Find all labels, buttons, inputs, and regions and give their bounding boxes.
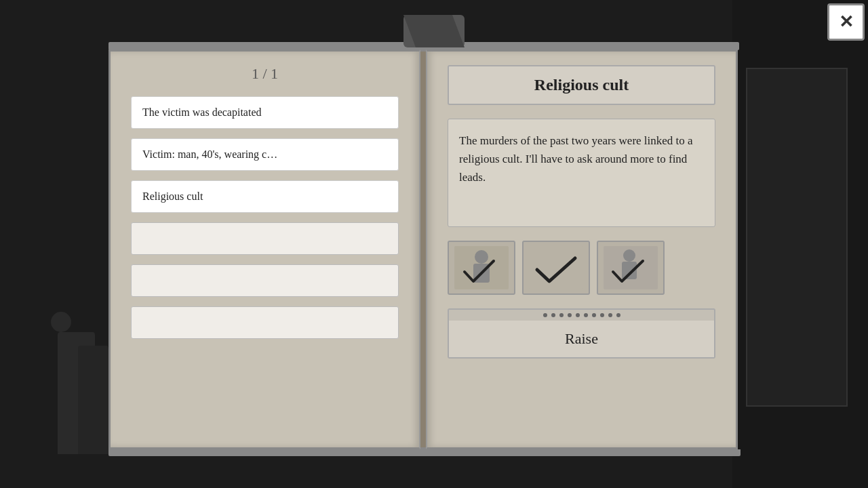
evidence-item-6[interactable] [131,306,399,339]
evidence-text-1: The victim was decapitated [142,106,261,119]
evidence-icon-box-3[interactable] [597,241,665,295]
evidence-icon-box-2[interactable] [522,241,590,295]
book-top-decoration [403,15,465,47]
evidence-text-3: Religious cult [142,190,203,203]
bg-figure-2 [78,346,108,454]
dot-8 [600,313,604,317]
page-number: 1 / 1 [131,65,399,83]
raise-dots-row [448,308,715,321]
svg-rect-3 [529,246,583,289]
bg-figure-head [51,312,71,332]
book-spine [420,49,426,449]
evidence-icon-box-1[interactable] [448,241,515,295]
evidence-icon-2-svg [529,246,583,289]
book-binding-bottom [108,449,741,456]
detail-title: Religious cult [448,65,715,105]
evidence-icons-row [448,241,715,295]
close-button[interactable]: ✕ [827,3,865,41]
raise-button[interactable]: Raise [448,321,715,359]
right-page: Religious cult The murders of the past t… [426,49,738,449]
detail-description: The murders of the past two years were l… [448,119,715,227]
dot-4 [568,313,572,317]
svg-point-5 [623,249,635,262]
close-icon: ✕ [839,12,854,33]
dot-10 [616,313,620,317]
bg-shelves [746,68,848,407]
dot-5 [576,313,580,317]
evidence-icon-1-svg [454,246,509,289]
evidence-text-2: Victim: man, 40's, wearing c… [142,148,277,161]
evidence-icon-3-svg [604,246,658,289]
evidence-item-2[interactable]: Victim: man, 40's, wearing c… [131,138,399,171]
raise-button-container: Raise [448,308,715,359]
evidence-item-3[interactable]: Religious cult [131,180,399,213]
dot-3 [559,313,564,317]
dot-2 [551,313,555,317]
evidence-item-5[interactable] [131,264,399,297]
dot-6 [584,313,588,317]
dot-9 [608,313,612,317]
evidence-item-1[interactable]: The victim was decapitated [131,96,399,129]
svg-point-1 [475,250,488,264]
evidence-item-4[interactable] [131,222,399,255]
book: 1 / 1 The victim was decapitated Victim:… [108,49,741,449]
dot-1 [543,313,547,317]
left-page: 1 / 1 The victim was decapitated Victim:… [108,49,420,449]
dot-7 [592,313,596,317]
